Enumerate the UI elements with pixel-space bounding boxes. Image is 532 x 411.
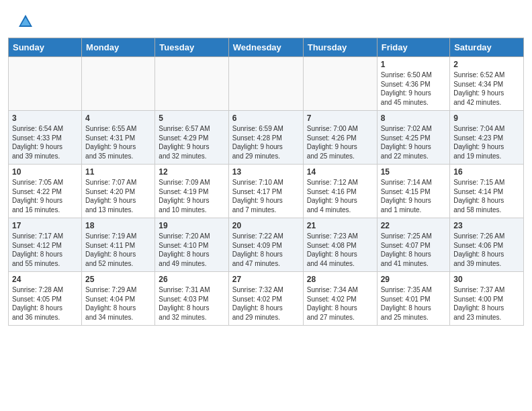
week-row-2: 3Sunrise: 6:54 AM Sunset: 4:33 PM Daylig… xyxy=(9,111,524,165)
day-cell: 14Sunrise: 7:12 AM Sunset: 4:16 PM Dayli… xyxy=(303,165,377,218)
day-info: Sunrise: 7:35 AM Sunset: 4:01 PM Dayligh… xyxy=(381,285,447,322)
col-header-friday: Friday xyxy=(377,38,450,57)
day-number: 14 xyxy=(307,167,373,177)
day-cell: 1Sunrise: 6:50 AM Sunset: 4:36 PM Daylig… xyxy=(377,57,450,111)
day-info: Sunrise: 6:59 AM Sunset: 4:28 PM Dayligh… xyxy=(232,124,300,161)
calendar-body: 1Sunrise: 6:50 AM Sunset: 4:36 PM Daylig… xyxy=(9,57,524,326)
logo-icon xyxy=(16,12,35,31)
day-number: 20 xyxy=(232,221,300,230)
day-cell: 16Sunrise: 7:15 AM Sunset: 4:14 PM Dayli… xyxy=(450,165,524,218)
day-number: 23 xyxy=(453,221,520,230)
day-info: Sunrise: 6:52 AM Sunset: 4:34 PM Dayligh… xyxy=(453,71,520,107)
day-number: 1 xyxy=(381,60,447,69)
day-cell: 7Sunrise: 7:00 AM Sunset: 4:26 PM Daylig… xyxy=(303,111,377,165)
day-cell: 23Sunrise: 7:26 AM Sunset: 4:06 PM Dayli… xyxy=(450,218,524,272)
day-info: Sunrise: 7:25 AM Sunset: 4:07 PM Dayligh… xyxy=(381,232,447,268)
day-cell: 15Sunrise: 7:14 AM Sunset: 4:15 PM Dayli… xyxy=(377,165,450,218)
col-header-wednesday: Wednesday xyxy=(228,38,303,57)
day-number: 28 xyxy=(307,275,373,284)
day-cell: 30Sunrise: 7:37 AM Sunset: 4:00 PM Dayli… xyxy=(450,272,524,326)
day-cell: 5Sunrise: 6:57 AM Sunset: 4:29 PM Daylig… xyxy=(155,111,228,165)
day-info: Sunrise: 7:02 AM Sunset: 4:25 PM Dayligh… xyxy=(381,124,447,161)
week-row-5: 24Sunrise: 7:28 AM Sunset: 4:05 PM Dayli… xyxy=(9,272,524,326)
day-cell xyxy=(303,57,377,111)
logo xyxy=(16,12,38,31)
day-cell: 8Sunrise: 7:02 AM Sunset: 4:25 PM Daylig… xyxy=(377,111,450,165)
week-row-4: 17Sunrise: 7:17 AM Sunset: 4:12 PM Dayli… xyxy=(9,218,524,272)
day-cell: 2Sunrise: 6:52 AM Sunset: 4:34 PM Daylig… xyxy=(450,57,524,111)
day-cell: 4Sunrise: 6:55 AM Sunset: 4:31 PM Daylig… xyxy=(82,111,155,165)
day-number: 30 xyxy=(453,275,520,284)
day-info: Sunrise: 7:31 AM Sunset: 4:03 PM Dayligh… xyxy=(159,285,224,322)
day-number: 11 xyxy=(85,167,151,177)
day-cell: 27Sunrise: 7:32 AM Sunset: 4:02 PM Dayli… xyxy=(228,272,303,326)
day-info: Sunrise: 6:57 AM Sunset: 4:29 PM Dayligh… xyxy=(159,124,224,161)
day-cell: 19Sunrise: 7:20 AM Sunset: 4:10 PM Dayli… xyxy=(155,218,228,272)
day-number: 24 xyxy=(12,275,78,284)
day-number: 15 xyxy=(381,167,447,177)
day-cell xyxy=(9,57,82,111)
day-info: Sunrise: 7:29 AM Sunset: 4:04 PM Dayligh… xyxy=(85,285,151,322)
day-cell: 3Sunrise: 6:54 AM Sunset: 4:33 PM Daylig… xyxy=(9,111,82,165)
day-number: 2 xyxy=(453,60,520,69)
day-cell: 18Sunrise: 7:19 AM Sunset: 4:11 PM Dayli… xyxy=(82,218,155,272)
day-info: Sunrise: 7:07 AM Sunset: 4:20 PM Dayligh… xyxy=(85,178,151,214)
day-number: 16 xyxy=(453,167,520,177)
week-row-3: 10Sunrise: 7:05 AM Sunset: 4:22 PM Dayli… xyxy=(9,165,524,218)
day-info: Sunrise: 7:22 AM Sunset: 4:09 PM Dayligh… xyxy=(232,232,300,268)
day-cell: 21Sunrise: 7:23 AM Sunset: 4:08 PM Dayli… xyxy=(303,218,377,272)
day-cell: 26Sunrise: 7:31 AM Sunset: 4:03 PM Dayli… xyxy=(155,272,228,326)
day-number: 6 xyxy=(232,113,300,123)
day-cell: 10Sunrise: 7:05 AM Sunset: 4:22 PM Dayli… xyxy=(9,165,82,218)
day-cell: 25Sunrise: 7:29 AM Sunset: 4:04 PM Dayli… xyxy=(82,272,155,326)
day-number: 3 xyxy=(12,113,78,123)
day-number: 7 xyxy=(307,113,373,123)
day-info: Sunrise: 7:09 AM Sunset: 4:19 PM Dayligh… xyxy=(159,178,224,214)
day-number: 22 xyxy=(381,221,447,230)
day-info: Sunrise: 7:05 AM Sunset: 4:22 PM Dayligh… xyxy=(12,178,78,214)
col-header-sunday: Sunday xyxy=(9,38,82,57)
day-info: Sunrise: 7:00 AM Sunset: 4:26 PM Dayligh… xyxy=(307,124,373,161)
day-info: Sunrise: 7:04 AM Sunset: 4:23 PM Dayligh… xyxy=(453,124,520,161)
day-info: Sunrise: 6:55 AM Sunset: 4:31 PM Dayligh… xyxy=(85,124,151,161)
col-header-saturday: Saturday xyxy=(450,38,524,57)
day-number: 21 xyxy=(307,221,373,230)
day-number: 25 xyxy=(85,275,151,284)
day-cell: 6Sunrise: 6:59 AM Sunset: 4:28 PM Daylig… xyxy=(228,111,303,165)
day-info: Sunrise: 7:23 AM Sunset: 4:08 PM Dayligh… xyxy=(307,232,373,268)
week-row-1: 1Sunrise: 6:50 AM Sunset: 4:36 PM Daylig… xyxy=(9,57,524,111)
day-cell xyxy=(228,57,303,111)
calendar-table: SundayMondayTuesdayWednesdayThursdayFrid… xyxy=(8,38,524,326)
day-cell: 11Sunrise: 7:07 AM Sunset: 4:20 PM Dayli… xyxy=(82,165,155,218)
day-number: 27 xyxy=(232,275,300,284)
col-header-thursday: Thursday xyxy=(303,38,377,57)
day-cell: 29Sunrise: 7:35 AM Sunset: 4:01 PM Dayli… xyxy=(377,272,450,326)
day-info: Sunrise: 7:10 AM Sunset: 4:17 PM Dayligh… xyxy=(232,178,300,214)
day-info: Sunrise: 7:34 AM Sunset: 4:02 PM Dayligh… xyxy=(307,285,373,322)
day-cell xyxy=(82,57,155,111)
day-number: 17 xyxy=(12,221,78,230)
calendar-header: SundayMondayTuesdayWednesdayThursdayFrid… xyxy=(9,38,524,57)
day-number: 29 xyxy=(381,275,447,284)
day-cell: 28Sunrise: 7:34 AM Sunset: 4:02 PM Dayli… xyxy=(303,272,377,326)
day-info: Sunrise: 7:37 AM Sunset: 4:00 PM Dayligh… xyxy=(453,285,520,322)
col-header-tuesday: Tuesday xyxy=(155,38,228,57)
day-number: 10 xyxy=(12,167,78,177)
day-number: 5 xyxy=(159,113,224,123)
day-info: Sunrise: 6:54 AM Sunset: 4:33 PM Dayligh… xyxy=(12,124,78,161)
day-info: Sunrise: 7:19 AM Sunset: 4:11 PM Dayligh… xyxy=(85,232,151,268)
day-number: 26 xyxy=(159,275,224,284)
header-row: SundayMondayTuesdayWednesdayThursdayFrid… xyxy=(9,38,524,57)
day-number: 9 xyxy=(453,113,520,123)
calendar-wrapper: SundayMondayTuesdayWednesdayThursdayFrid… xyxy=(0,38,532,334)
day-number: 12 xyxy=(159,167,224,177)
day-info: Sunrise: 7:20 AM Sunset: 4:10 PM Dayligh… xyxy=(159,232,224,268)
day-info: Sunrise: 7:26 AM Sunset: 4:06 PM Dayligh… xyxy=(453,232,520,268)
day-info: Sunrise: 7:15 AM Sunset: 4:14 PM Dayligh… xyxy=(453,178,520,214)
day-info: Sunrise: 6:50 AM Sunset: 4:36 PM Dayligh… xyxy=(381,71,447,107)
day-info: Sunrise: 7:14 AM Sunset: 4:15 PM Dayligh… xyxy=(381,178,447,214)
day-number: 18 xyxy=(85,221,151,230)
header xyxy=(0,0,532,38)
day-info: Sunrise: 7:28 AM Sunset: 4:05 PM Dayligh… xyxy=(12,285,78,322)
day-cell: 13Sunrise: 7:10 AM Sunset: 4:17 PM Dayli… xyxy=(228,165,303,218)
